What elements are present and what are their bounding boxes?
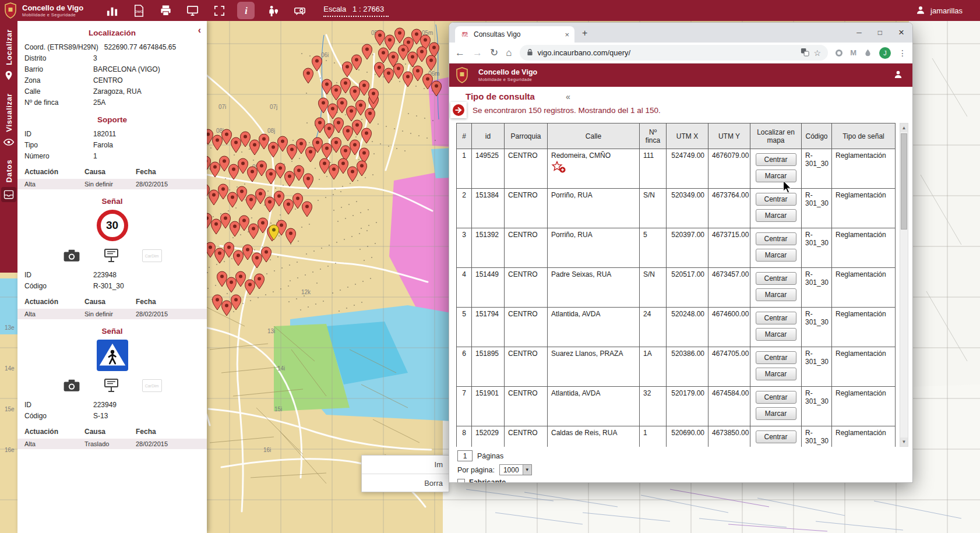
map-pin-dot [259, 192, 262, 196]
print-icon[interactable] [157, 2, 174, 19]
map-pin-dot [225, 304, 228, 308]
camera-icon[interactable] [63, 378, 80, 393]
marcar-button[interactable]: Marcar [756, 170, 796, 182]
map-pin-dot [392, 55, 395, 59]
dialog-button[interactable]: Im [362, 456, 449, 474]
marcar-button[interactable]: Marcar [756, 407, 796, 420]
signboard-icon[interactable] [103, 378, 120, 393]
field-label: Zona [24, 76, 87, 84]
projector-icon[interactable] [291, 2, 308, 19]
table-row: 8152029CENTROCaldas de Reis, RUA1520690.… [457, 426, 896, 447]
map-pin-dot [415, 33, 418, 36]
tab-close-icon[interactable]: × [565, 30, 569, 39]
app-title: Concello de Vigo [22, 4, 83, 12]
monitor-icon[interactable] [184, 2, 201, 19]
chart-icon[interactable] [103, 2, 121, 19]
map-pin-dot [416, 69, 420, 73]
marcar-button[interactable]: Marcar [756, 209, 796, 222]
panel-collapse-icon[interactable]: ‹ [198, 26, 201, 35]
centrar-button[interactable]: Centrar [756, 272, 796, 285]
streetview-icon[interactable] [264, 2, 281, 19]
fullscreen-icon[interactable] [210, 2, 228, 19]
marcar-button[interactable]: Marcar [756, 288, 796, 301]
map-pin-dot [289, 232, 292, 235]
centrar-button[interactable]: Centrar [756, 312, 796, 324]
map-pin-dot [388, 38, 392, 42]
fabricante-checkbox[interactable] [457, 479, 465, 483]
scroll-down-icon[interactable]: ▼ [900, 437, 908, 446]
extension-m-icon[interactable]: M [850, 48, 856, 57]
centrar-button[interactable]: Centrar [756, 153, 796, 166]
info-icon[interactable]: i [237, 2, 255, 19]
browser-menu-icon[interactable]: ⋮ [898, 48, 907, 58]
user-icon [915, 5, 926, 17]
marcar-button[interactable]: Marcar [756, 328, 796, 341]
table-cell: R-301_30 [802, 308, 832, 347]
svg-text:16i: 16i [263, 447, 271, 453]
extension-icon[interactable] [836, 50, 842, 57]
dialog-button[interactable]: Borra [362, 474, 449, 492]
page-number-input[interactable]: 1 [457, 450, 473, 461]
map-pin-dot [281, 140, 284, 143]
table-cell: 4673850.00 [708, 426, 750, 447]
browser-tab[interactable]: IPS VIAL Consultas Vigo × [455, 26, 574, 43]
scroll-up-icon[interactable]: ▲ [900, 123, 908, 132]
map-pin-dot [221, 188, 225, 191]
signboard-icon[interactable] [103, 248, 120, 263]
browser-titlebar[interactable]: IPS VIAL Consultas Vigo × + ─ □ × [449, 23, 912, 43]
centrar-button[interactable]: Centrar [756, 351, 796, 364]
window-minimize-button[interactable]: ─ [856, 29, 862, 37]
history-col: Fecha [136, 298, 200, 306]
centrar-button[interactable]: Centrar [756, 193, 796, 206]
scrollbar-thumb[interactable] [901, 133, 907, 230]
map-pin-dot [227, 246, 231, 249]
field-label: Distrito [24, 54, 87, 62]
translate-icon[interactable] [801, 48, 809, 58]
sidebar-item-localizar[interactable]: Localizar [3, 29, 15, 82]
back-button[interactable]: ← [455, 48, 465, 58]
marcar-button[interactable]: Marcar [756, 368, 796, 380]
history-col: Fecha [136, 168, 200, 176]
svg-text:13i: 13i [267, 328, 275, 334]
window-maximize-button[interactable]: □ [878, 29, 882, 37]
bookmark-icon[interactable]: ☆ [814, 48, 822, 58]
site-user-icon[interactable] [893, 69, 903, 82]
table-cell: 520517.00 [667, 268, 708, 308]
address-bar[interactable]: vigo.incaurbano.com/query/ ☆ [520, 45, 829, 61]
field-row: BarrioBARCELONA (VIGO) [17, 63, 207, 75]
field-label: Coord. (ETRS89/H29N) [24, 43, 98, 51]
field-row: CódigoS-13 [17, 410, 207, 421]
map-pin-dot [255, 256, 259, 260]
camera-icon[interactable] [63, 248, 80, 263]
sidebar-item-datos[interactable]: Datos [1, 160, 16, 202]
map-pin-dot [353, 90, 357, 93]
forward-button[interactable]: → [473, 48, 482, 58]
table-cell: Reglamentación [832, 268, 896, 308]
centrar-button[interactable]: Centrar [756, 232, 796, 245]
user-menu[interactable]: jamarillas [915, 5, 963, 17]
window-close-button[interactable]: × [898, 27, 904, 38]
table-cell: 3 [457, 228, 472, 268]
new-tab-button[interactable]: + [582, 28, 587, 38]
reload-button[interactable]: ↻ [490, 48, 498, 58]
table-cell: 520397.00 [667, 228, 708, 268]
map-pin-dot [344, 149, 347, 153]
table-cell: 151895 [472, 347, 505, 387]
centrar-button[interactable]: Centrar [756, 391, 796, 404]
per-page-select[interactable]: 1000 ▼ [499, 464, 532, 475]
profile-avatar[interactable]: J [879, 47, 891, 59]
table-scrollbar[interactable]: ▲ ▼ [900, 123, 908, 447]
svg-text:14e: 14e [5, 365, 15, 372]
marcar-button[interactable]: Marcar [756, 249, 796, 262]
sidebar-item-visualizar[interactable]: Visualizar [3, 93, 15, 148]
collapse-query-button[interactable]: « [566, 92, 570, 101]
centrar-button[interactable]: Centrar [756, 430, 796, 443]
extension-drop-icon[interactable] [864, 49, 872, 57]
dwg-icon[interactable]: DWG [130, 2, 147, 19]
map-pin-dot [435, 84, 438, 88]
table-cell: Redomeira, CMÑO [548, 149, 640, 189]
svg-text:07j: 07j [270, 104, 277, 110]
results-table-container: #idParroquiaCalleNº fincaUTM XUTM YLocal… [456, 123, 896, 447]
home-button[interactable]: ⌂ [506, 48, 512, 58]
map-pin-dot [218, 252, 221, 255]
